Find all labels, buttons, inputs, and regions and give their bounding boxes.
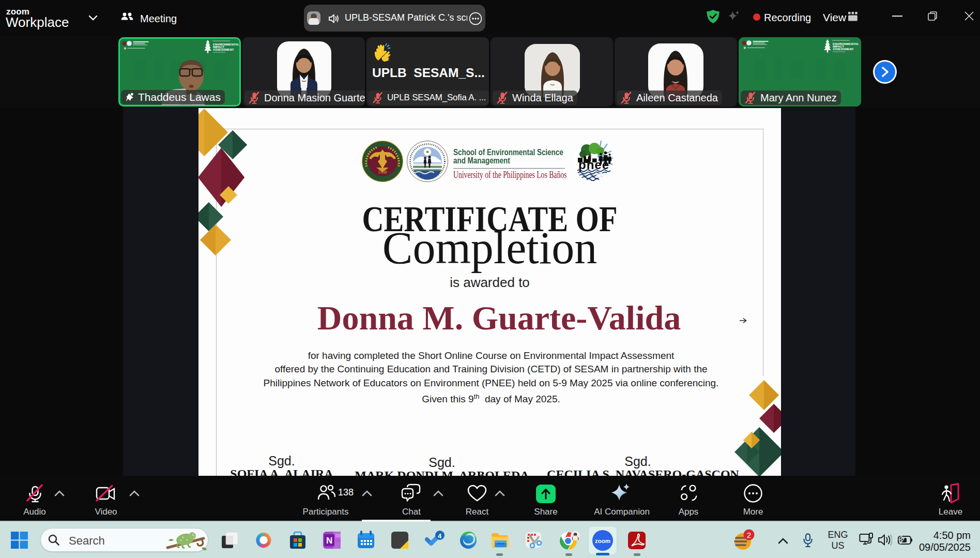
svg-text:1908: 1908	[378, 170, 387, 175]
svg-text:ASSESSMENT: ASSESSMENT	[213, 48, 234, 51]
svg-text:zoom: zoom	[595, 538, 610, 544]
svg-text:4: 4	[438, 532, 442, 540]
svg-text:ASSESSMENT: ASSESSMENT	[833, 48, 854, 51]
svg-text:2: 2	[747, 531, 752, 539]
svg-text:N: N	[326, 536, 332, 546]
